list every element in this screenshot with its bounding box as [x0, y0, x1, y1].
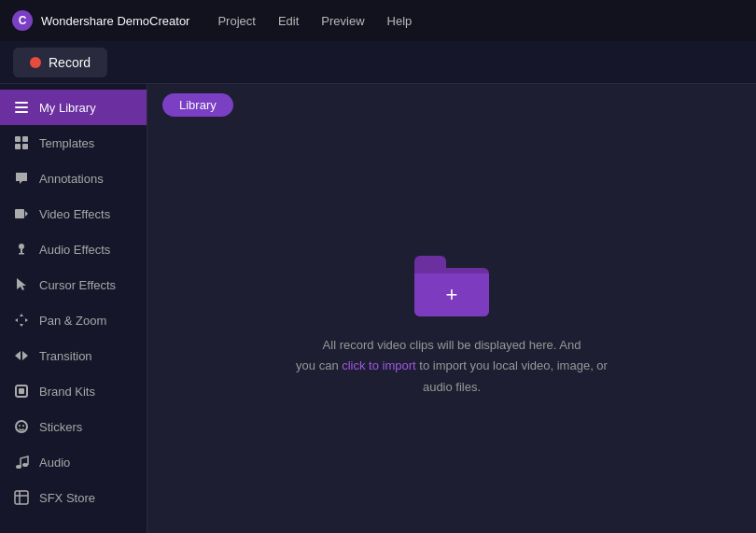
record-dot	[30, 57, 41, 68]
sidebar-item-transition[interactable]: Transition	[0, 338, 147, 373]
stickers-icon	[13, 418, 30, 435]
topbar: C Wondershare DemoCreator Project Edit P…	[0, 0, 756, 41]
record-bar: Record	[0, 41, 756, 84]
sidebar-item-annotations[interactable]: Annotations	[0, 161, 147, 196]
logo-icon: C	[11, 9, 34, 32]
folder-front: +	[414, 274, 489, 316]
svg-rect-4	[15, 111, 28, 113]
library-header: Library	[147, 84, 756, 120]
folder-plus-icon: +	[446, 285, 458, 305]
import-line1: All record video clips will be displayed…	[323, 338, 581, 352]
sidebar-item-my-library[interactable]: My Library	[0, 90, 147, 125]
library-body[interactable]: + All record video clips will be display…	[147, 120, 756, 533]
sidebar-item-pan-zoom[interactable]: Pan & Zoom	[0, 302, 147, 338]
svg-rect-24	[15, 491, 28, 504]
svg-rect-6	[22, 136, 28, 142]
templates-icon	[13, 134, 30, 151]
svg-rect-8	[22, 144, 28, 149]
sidebar-label-stickers: Stickers	[39, 420, 82, 434]
import-line2-pre: you can	[296, 358, 342, 372]
svg-rect-18	[19, 388, 24, 394]
sidebar-item-sfx-store[interactable]: SFX Store	[0, 480, 147, 515]
app-name: Wondershare DemoCreator	[41, 14, 189, 28]
sidebar-label-pan-zoom: Pan & Zoom	[39, 314, 106, 328]
sidebar-label-video-effects: Video Effects	[39, 207, 110, 221]
pan-zoom-icon	[13, 312, 30, 329]
svg-point-20	[19, 425, 21, 427]
svg-point-11	[19, 244, 24, 249]
svg-rect-5	[15, 136, 21, 142]
svg-rect-9	[15, 209, 24, 218]
sfx-store-icon	[13, 489, 30, 506]
svg-rect-2	[15, 102, 28, 104]
sidebar-item-brand-kits[interactable]: Brand Kits	[0, 373, 147, 409]
svg-marker-14	[17, 278, 26, 290]
sidebar-item-audio-effects[interactable]: Audio Effects	[0, 231, 147, 267]
logo-area: C Wondershare DemoCreator	[11, 9, 189, 32]
content-area: Library + All record video clips will be…	[147, 84, 756, 533]
sidebar-item-templates[interactable]: Templates	[0, 125, 147, 161]
sidebar-item-cursor-effects[interactable]: Cursor Effects	[0, 267, 147, 302]
sidebar-label-brand-kits: Brand Kits	[39, 385, 95, 399]
cursor-effects-icon	[13, 276, 30, 293]
library-icon	[13, 99, 30, 116]
import-click-link[interactable]: click to import	[342, 358, 415, 372]
import-line3: audio files.	[423, 380, 481, 394]
sidebar-label-transition: Transition	[39, 349, 92, 363]
import-text: All record video clips will be displayed…	[296, 335, 608, 397]
transition-icon	[13, 347, 30, 364]
sidebar-label-audio-effects: Audio Effects	[39, 243, 110, 257]
sidebar-label-my-library: My Library	[39, 101, 96, 115]
sidebar-label-cursor-effects: Cursor Effects	[39, 278, 116, 292]
svg-marker-15	[22, 351, 28, 360]
sidebar-item-stickers[interactable]: Stickers	[0, 409, 147, 444]
main-layout: My Library Templates Annotations	[0, 84, 756, 533]
nav-edit[interactable]: Edit	[278, 14, 299, 28]
annotations-icon	[13, 170, 30, 187]
video-effects-icon	[13, 205, 30, 222]
nav-help[interactable]: Help	[387, 14, 413, 28]
audio-icon	[13, 454, 30, 470]
nav-preview[interactable]: Preview	[321, 14, 364, 28]
sidebar-label-audio: Audio	[39, 456, 70, 470]
sidebar-item-audio[interactable]: Audio	[0, 444, 147, 480]
nav-menu: Project Edit Preview Help	[217, 14, 412, 28]
sidebar-label-annotations: Annotations	[39, 172, 104, 186]
svg-point-21	[22, 425, 24, 427]
import-line2-post: to import you local video, image, or	[416, 358, 608, 372]
sidebar-label-templates: Templates	[39, 136, 94, 150]
svg-rect-13	[19, 253, 24, 255]
svg-rect-7	[15, 144, 21, 149]
svg-marker-16	[15, 351, 21, 360]
audio-effects-icon	[13, 241, 30, 258]
brand-kits-icon	[13, 383, 30, 400]
svg-point-23	[22, 463, 28, 467]
nav-project[interactable]: Project	[217, 14, 255, 28]
sidebar: My Library Templates Annotations	[0, 84, 147, 533]
svg-rect-3	[15, 106, 28, 108]
record-label: Record	[49, 55, 91, 70]
record-button[interactable]: Record	[13, 48, 107, 77]
library-tab[interactable]: Library	[162, 93, 233, 117]
folder-icon: +	[414, 256, 489, 316]
sidebar-item-video-effects[interactable]: Video Effects	[0, 196, 147, 231]
svg-marker-10	[25, 211, 28, 217]
sidebar-label-sfx-store: SFX Store	[39, 491, 95, 505]
svg-text:C: C	[19, 14, 27, 27]
folder-tab	[414, 256, 446, 269]
